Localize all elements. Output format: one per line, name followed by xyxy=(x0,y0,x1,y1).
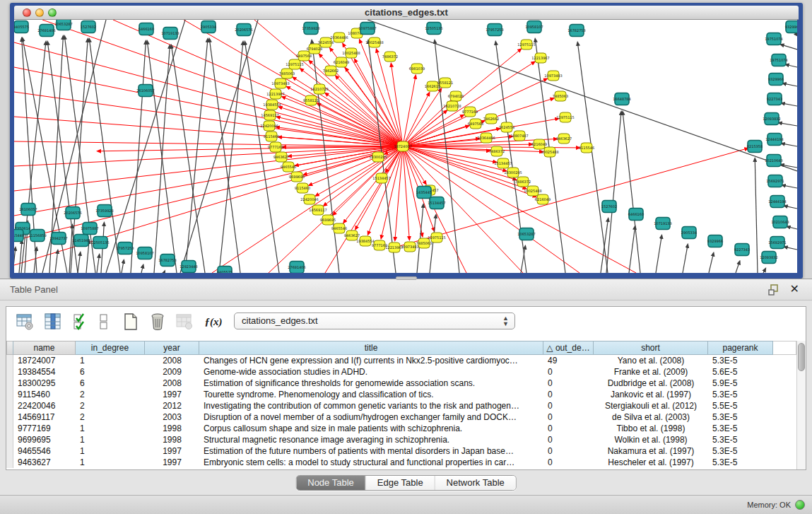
table-row[interactable]: 977716911998Corpus callosum shape and si… xyxy=(6,423,796,434)
cell-pagerank[interactable]: 5.3E-5 xyxy=(708,423,773,434)
cell-short[interactable]: Wolkin et al. (1998) xyxy=(594,434,708,445)
cell-pagerank[interactable]: 5.3E-5 xyxy=(708,389,773,400)
float-window-icon[interactable] xyxy=(768,284,779,296)
table-row[interactable]: 2242004622012Investigating the contribut… xyxy=(6,400,796,411)
cell-indegree[interactable]: 6 xyxy=(76,378,145,389)
network-canvas[interactable]: 1872400796996959465546946362797771699115… xyxy=(14,20,797,273)
memory-status-indicator[interactable] xyxy=(795,500,805,510)
cell-short[interactable]: Franke et al. (2009) xyxy=(594,366,708,378)
table-row[interactable]: 946362711997Embryonic stem cells: a mode… xyxy=(6,457,796,468)
table-row[interactable]: 969969511998Structural magnetic resonanc… xyxy=(6,434,796,445)
cell-indegree[interactable]: 2 xyxy=(76,389,145,400)
cell-short[interactable]: Dudbridge et al. (2008) xyxy=(594,378,708,389)
cell-short[interactable]: de Silva et al. (2003) xyxy=(594,411,708,423)
cell-name[interactable]: 9115460 xyxy=(13,389,76,400)
cell-name[interactable]: 22420046 xyxy=(13,400,76,411)
select-all-icon[interactable] xyxy=(71,312,91,332)
cell-pagerank[interactable]: 5.9E-5 xyxy=(708,378,773,389)
cell-name[interactable]: 9699695 xyxy=(13,434,76,445)
cell-outde[interactable]: 0 xyxy=(543,445,594,457)
cell-short[interactable]: Tibbo et al. (1998) xyxy=(594,423,708,434)
cell-year[interactable]: 2008 xyxy=(145,355,199,366)
table-row[interactable]: 946554611997Estimation of the future num… xyxy=(6,445,796,457)
cell-pagerank[interactable]: 5.3E-5 xyxy=(708,355,773,366)
cell-pagerank[interactable]: 5.6E-5 xyxy=(708,366,773,378)
cell-title[interactable]: Investigating the contribution of common… xyxy=(199,400,543,411)
cell-pagerank[interactable]: 5.3E-5 xyxy=(708,411,773,423)
cell-outde[interactable]: 0 xyxy=(543,366,594,378)
cell-year[interactable]: 2008 xyxy=(145,378,199,389)
cell-indegree[interactable]: 2 xyxy=(76,411,145,423)
cell-title[interactable]: Genome-wide association studies in ADHD. xyxy=(199,366,543,378)
table-row[interactable]: 1872400712008Changes of HCN gene express… xyxy=(6,355,796,366)
column-header-indegree[interactable]: in_degree xyxy=(76,341,145,355)
cell-year[interactable]: 1997 xyxy=(145,445,199,457)
cell-outde[interactable]: 0 xyxy=(543,434,594,445)
column-header-title[interactable]: title xyxy=(199,341,543,355)
cell-short[interactable]: Hescheler et al. (1997) xyxy=(594,457,708,468)
unselect-all-icon[interactable] xyxy=(94,312,114,332)
cell-year[interactable]: 1998 xyxy=(145,434,199,445)
cell-pagerank[interactable]: 5.5E-5 xyxy=(708,400,773,411)
cell-outde[interactable]: 0 xyxy=(543,378,594,389)
cell-indegree[interactable]: 1 xyxy=(76,355,145,366)
table-row[interactable]: 911546021997Tourette syndrome. Phenomeno… xyxy=(6,389,796,400)
cell-name[interactable]: 14569117 xyxy=(13,411,76,423)
cell-name[interactable]: 9777169 xyxy=(13,423,76,434)
cell-pagerank[interactable]: 5.3E-5 xyxy=(708,457,773,468)
cell-indegree[interactable]: 1 xyxy=(76,445,145,457)
cell-year[interactable]: 2009 xyxy=(145,366,199,378)
network-window-titlebar[interactable]: citations_edges.txt xyxy=(14,6,799,20)
cell-pagerank[interactable]: 5.3E-5 xyxy=(708,434,773,445)
table-scrollbar-thumb[interactable] xyxy=(798,343,805,371)
cell-outde[interactable]: 0 xyxy=(543,389,594,400)
table-selector-dropdown[interactable]: citations_edges.txt ▲▼ xyxy=(234,313,515,329)
table-row[interactable]: 1830029562008Estimation of significance … xyxy=(6,378,796,389)
function-builder-icon[interactable]: ƒ(x) xyxy=(201,312,225,332)
cell-outde[interactable]: 49 xyxy=(543,355,594,366)
new-column-icon[interactable] xyxy=(121,312,141,332)
delete-column-icon[interactable] xyxy=(148,312,167,332)
cell-short[interactable]: Yano et al. (2008) xyxy=(594,355,708,366)
column-header-short[interactable]: short xyxy=(594,341,708,355)
cell-name[interactable]: 19384554 xyxy=(13,366,76,378)
cell-short[interactable]: Nakamura et al. (1997) xyxy=(594,445,708,457)
column-header-name[interactable]: name xyxy=(13,341,76,355)
tab-edge-table[interactable]: Edge Table xyxy=(366,476,435,490)
panel-splitter-handle[interactable] xyxy=(396,276,417,280)
cell-title[interactable]: Embryonic stem cells: a model to study s… xyxy=(199,457,543,468)
cell-year[interactable]: 2003 xyxy=(145,411,199,423)
cell-pagerank[interactable]: 5.3E-5 xyxy=(708,445,773,457)
cell-name[interactable]: 9465546 xyxy=(13,445,76,457)
cell-title[interactable]: Changes of HCN gene expression and I(f) … xyxy=(199,355,543,366)
column-visibility-icon[interactable] xyxy=(43,312,63,332)
cell-year[interactable]: 1998 xyxy=(145,423,199,434)
cell-short[interactable]: Stergiakouli et al. (2012) xyxy=(594,400,708,411)
cell-name[interactable]: 18300295 xyxy=(13,378,76,389)
cell-name[interactable]: 9463627 xyxy=(13,457,76,468)
cell-outde[interactable]: 0 xyxy=(543,400,594,411)
column-header-outde[interactable]: △ out_de… xyxy=(543,341,594,355)
cell-title[interactable]: Estimation of the future numbers of pati… xyxy=(199,445,543,457)
cell-short[interactable]: Jankovic et al. (1997) xyxy=(594,389,708,400)
cell-indegree[interactable]: 1 xyxy=(76,434,145,445)
delete-table-icon[interactable] xyxy=(175,312,194,332)
cell-title[interactable]: Estimation of significance thresholds fo… xyxy=(199,378,543,389)
cell-title[interactable]: Structural magnetic resonance image aver… xyxy=(199,434,543,445)
cell-outde[interactable]: 0 xyxy=(543,423,594,434)
table-row[interactable]: 1938455462009Genome-wide association stu… xyxy=(6,366,796,378)
cell-indegree[interactable]: 1 xyxy=(76,457,145,468)
cell-title[interactable]: Disruption of a novel member of a sodium… xyxy=(199,411,543,423)
cell-year[interactable]: 2012 xyxy=(145,400,199,411)
cell-outde[interactable]: 0 xyxy=(543,411,594,423)
table-row[interactable]: 1456911722003Disruption of a novel membe… xyxy=(6,411,796,423)
close-panel-icon[interactable]: ✕ xyxy=(790,282,799,296)
table-mode-icon[interactable] xyxy=(15,312,35,332)
column-header-year[interactable]: year xyxy=(145,341,199,355)
cell-year[interactable]: 1997 xyxy=(145,457,199,468)
cell-indegree[interactable]: 2 xyxy=(76,400,145,411)
cell-outde[interactable]: 0 xyxy=(543,457,594,468)
tab-network-table[interactable]: Network Table xyxy=(435,476,516,490)
cell-indegree[interactable]: 6 xyxy=(76,366,145,378)
cell-title[interactable]: Corpus callosum shape and size in male p… xyxy=(199,423,543,434)
